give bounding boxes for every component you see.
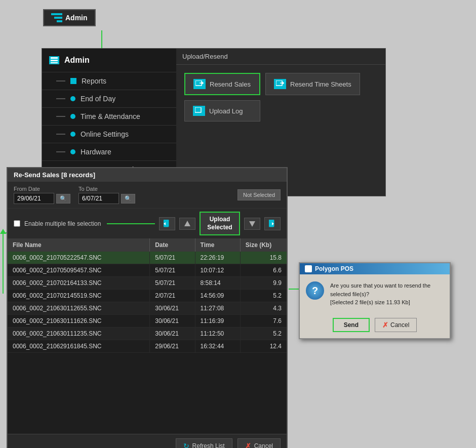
file-table-body: 0006_0002_210705222547.SNC 5/07/21 22:26… [8,252,287,353]
sidebar-item-time-attendance[interactable]: Time & Attendance [42,107,176,125]
to-date-input[interactable] [78,193,119,204]
enable-arrow-line [107,223,155,224]
cell-date: 5/07/21 [150,277,195,290]
col-header-time: Time [195,238,240,252]
table-row[interactable]: 0006_0002_210705095457.SNC 5/07/21 10:07… [8,264,287,277]
upload-log-icon [193,106,205,116]
sidebar-title: Admin [42,49,176,72]
admin-bar-icon [51,13,62,22]
admin-title-icon [49,56,59,64]
sidebar-item-reports[interactable]: Reports [42,72,176,90]
sidebar-item-label: Online Settings [81,130,129,138]
refresh-icon: ↻ [183,442,189,448]
cell-time: 8:58:14 [195,277,240,290]
resend-sales-label: Resend Sales [210,80,251,88]
table-row[interactable]: 0006_0002_210702164133.SNC 5/07/21 8:58:… [8,277,287,290]
table-row[interactable]: 0006_0002_210630111626.SNC 30/06/21 11:1… [8,315,287,328]
sidebar-item-label: End of Day [81,95,115,103]
resend-timesheets-label: Resend Time Sheets [290,80,351,88]
col-header-date: Date [150,238,195,252]
cell-filename: 0006_0002_210705095457.SNC [8,264,150,277]
bottom-buttons-row: ↻ Refresh List ✗ Cancel [8,434,287,448]
admin-top-button[interactable]: Admin [43,9,96,26]
dialog-send-button[interactable]: Send [333,318,370,332]
cell-date: 29/06/21 [150,340,195,353]
from-date-search-button[interactable]: 🔍 [56,194,70,203]
cell-size: 7.6 [240,315,287,328]
filters-row: From Date 🔍 To Date 🔍 Not Selected [8,182,287,208]
cell-time: 11:16:39 [195,315,240,328]
enable-multiple-checkbox[interactable] [14,220,20,227]
col-header-filename: File Name [8,238,150,252]
sidebar-item-label: Hardware [81,148,111,156]
dialog-message: Are you sure that you want to resend the… [330,281,444,307]
sidebar-item-end-of-day[interactable]: End of Day [42,90,176,107]
sidebar-item-label: Time & Attendance [81,112,140,120]
table-row[interactable]: 0006_0002_210705222547.SNC 5/07/21 22:26… [8,252,287,264]
sidebar-item-label: Reports [82,77,106,85]
dialog-title-bar: Polygon POS [300,263,450,274]
from-date-label: From Date [14,186,70,192]
table-row[interactable]: 0006_0002_210630112655.SNC 30/06/21 11:2… [8,302,287,315]
table-row[interactable]: 0006_0002_210630111235.SNC 30/06/21 11:1… [8,328,287,340]
svg-marker-8 [283,82,284,85]
dialog-cancel-button[interactable]: ✗ Cancel [375,318,417,332]
table-row[interactable]: 0006_0002_210629161845.SNC 29/06/21 16:3… [8,340,287,353]
svg-marker-5 [202,82,204,85]
upload-selected-button[interactable]: UploadSelected [200,212,240,235]
cell-date: 5/07/21 [150,252,195,264]
from-date-group: From Date 🔍 [14,186,70,204]
question-icon: ? [306,281,324,300]
cell-size: 5.2 [240,290,287,302]
resend-timesheets-icon [274,79,286,89]
dot-icon [70,114,75,119]
refresh-list-button[interactable]: ↻ Refresh List [176,438,232,448]
svg-rect-2 [51,62,58,63]
cell-date: 30/06/21 [150,328,195,340]
col-header-size: Size (Kb) [240,238,287,252]
dot-icon [70,96,75,101]
resend-panel-title: Re-Send Sales [8 records] [8,168,287,182]
to-date-search-button[interactable]: 🔍 [121,194,135,203]
sidebar-item-hardware[interactable]: Hardware [42,143,176,160]
to-date-label: To Date [78,186,135,192]
to-date-group: To Date 🔍 [78,186,135,204]
to-date-input-row: 🔍 [78,193,135,204]
table-row[interactable]: 0006_0002_210702145519.SNC 2/07/21 14:56… [8,290,287,302]
sidebar-item-online-settings[interactable]: Online Settings [42,125,176,143]
resend-timesheets-button[interactable]: Resend Time Sheets [265,73,360,95]
cell-filename: 0006_0002_210629161845.SNC [8,340,150,353]
cancel-x-icon: ✗ [245,442,251,448]
scroll-up-button[interactable] [179,218,195,230]
empty-rows-area [8,353,287,434]
admin-button-label: Admin [65,14,88,22]
table-header-row: File Name Date Time Size (Kb) [8,238,287,252]
nav-right-button[interactable] [264,217,281,230]
cell-filename: 0006_0002_210630111235.SNC [8,328,150,340]
cell-date: 5/07/21 [150,264,195,277]
arrow-admin-to-panel [101,30,102,51]
cell-date: 30/06/21 [150,315,195,328]
upload-log-button[interactable]: Upload Log [184,100,260,121]
dot-icon [70,132,75,137]
cell-size: 9.9 [240,277,287,290]
sidebar-title-text: Admin [64,56,90,65]
cancel-button[interactable]: ✗ Cancel [237,438,281,448]
nav-left-button[interactable] [159,217,175,230]
resend-sales-button[interactable]: Resend Sales [184,73,260,95]
scroll-down-button[interactable] [244,218,260,230]
square-icon [70,78,76,84]
upload-log-label: Upload Log [209,107,243,115]
cell-filename: 0006_0002_210705222547.SNC [8,252,150,264]
not-selected-button[interactable]: Not Selected [237,189,281,200]
cell-time: 16:32:44 [195,340,240,353]
cell-filename: 0006_0002_210702164133.SNC [8,277,150,290]
cell-time: 10:07:12 [195,264,240,277]
from-date-input[interactable] [14,193,54,204]
refresh-label: Refresh List [192,442,225,448]
dialog-buttons: Send ✗ Cancel [300,314,450,338]
svg-marker-13 [249,221,255,227]
polygon-pos-dialog: Polygon POS ? Are you sure that you want… [299,262,451,339]
dash-icon [56,134,65,135]
dash-icon [56,98,65,99]
